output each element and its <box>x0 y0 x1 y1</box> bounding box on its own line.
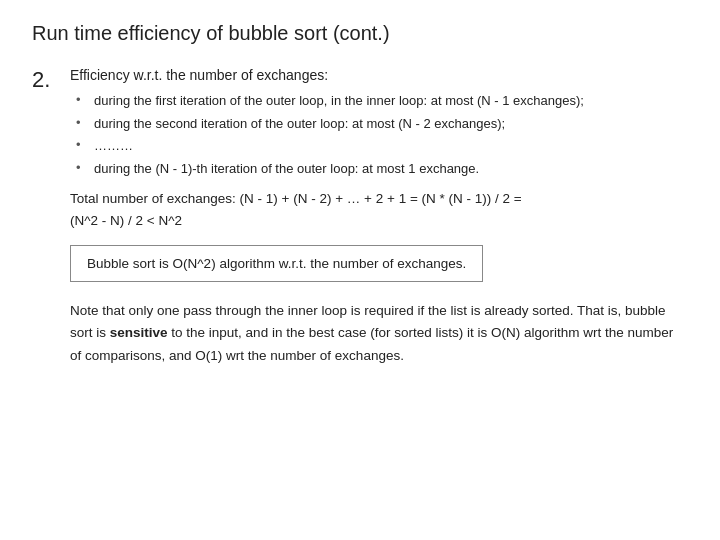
total-line-1: Total number of exchanges: (N - 1) + (N … <box>70 191 522 206</box>
total-line-2: (N^2 - N) / 2 < N^2 <box>70 213 182 228</box>
list-item: • during the second iteration of the out… <box>76 114 688 134</box>
section-2: 2. Efficiency w.r.t. the number of excha… <box>32 67 688 367</box>
list-item: • during the (N - 1)-th iteration of the… <box>76 159 688 179</box>
highlight-text: Bubble sort is O(N^2) algorithm w.r.t. t… <box>87 256 466 271</box>
section-heading: Efficiency w.r.t. the number of exchange… <box>70 67 688 83</box>
bullet-dot: • <box>76 114 90 132</box>
bullet-text: during the second iteration of the outer… <box>94 114 505 134</box>
note-text: Note that only one pass through the inne… <box>70 300 688 367</box>
section-number: 2. <box>32 67 70 367</box>
bullet-dot: • <box>76 136 90 154</box>
bullet-text: during the (N - 1)-th iteration of the o… <box>94 159 479 179</box>
list-item: • during the first iteration of the oute… <box>76 91 688 111</box>
total-exchanges: Total number of exchanges: (N - 1) + (N … <box>70 188 688 231</box>
list-item: • ……… <box>76 136 688 156</box>
highlight-box: Bubble sort is O(N^2) algorithm w.r.t. t… <box>70 245 483 282</box>
bullet-list: • during the first iteration of the oute… <box>76 91 688 178</box>
page-title: Run time efficiency of bubble sort (cont… <box>32 22 688 45</box>
bullet-dot: • <box>76 159 90 177</box>
section-content: Efficiency w.r.t. the number of exchange… <box>70 67 688 367</box>
bullet-text: during the first iteration of the outer … <box>94 91 584 111</box>
note-bold: sensitive <box>110 325 168 340</box>
bullet-text: ……… <box>94 136 133 156</box>
page: Run time efficiency of bubble sort (cont… <box>0 0 720 403</box>
bullet-dot: • <box>76 91 90 109</box>
